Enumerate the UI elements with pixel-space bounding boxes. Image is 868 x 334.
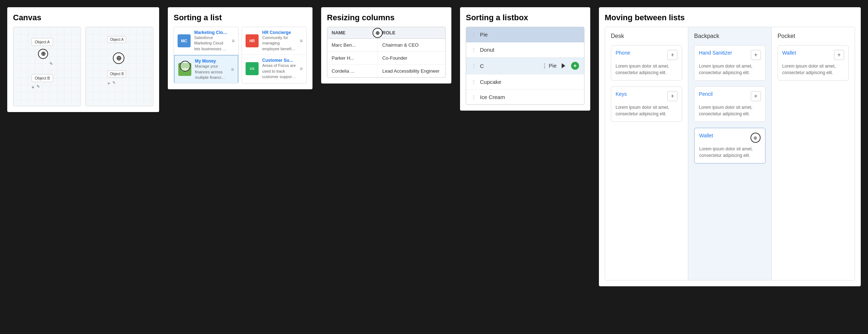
listbox-label-cupcake-pie: C: [480, 63, 538, 69]
avatar-hr: HR: [246, 34, 259, 47]
canvas-b-controls: + ✎: [31, 84, 40, 90]
canvas-section: Canvas Object A ⊕ ✎ Object B + ✎: [7, 7, 159, 112]
canvas-crosshair-2[interactable]: ⊕: [113, 52, 124, 64]
sort-item-cs-desc: Areas of Focus are used to track custome…: [262, 63, 296, 80]
canvas-edit-b[interactable]: ✎: [37, 84, 40, 90]
table-header: NAME ⊕ ROLE: [327, 27, 445, 39]
list-column-backpack: Backpack Hand Sanitizer + Lorem ipsum do…: [688, 27, 771, 280]
sort-item-cs[interactable]: CS Customer Support Community Areas of F…: [242, 55, 306, 82]
cursor-arrow: [562, 63, 565, 68]
backpack-card-pencil: Pencil + Lorem ipsum dolor sit amet, con…: [694, 86, 765, 122]
canvas-title: Canvas: [13, 13, 153, 22]
cell-name-1: Parker H...: [327, 52, 378, 64]
drag-dots-donut: ⋮: [471, 47, 476, 53]
sort-item-hr[interactable]: HR HR Concierge Community for managing e…: [242, 27, 306, 55]
move-btn-icon: ⊕: [753, 135, 757, 141]
listbox-item-pie[interactable]: ⋮ Pie: [466, 27, 584, 42]
backpack-wallet-move-btn[interactable]: ⊕: [750, 133, 761, 143]
drag-handle-cs[interactable]: ≡: [300, 66, 303, 72]
cell-name-2: Cordelia ...: [327, 65, 378, 77]
pocket-wallet-header: Wallet +: [782, 50, 844, 60]
canvas-object-a2: Object A: [107, 36, 126, 43]
backpack-pencil-desc: Lorem ipsum dolor sit amet, consectetur …: [699, 104, 761, 117]
sorting-listbox-section: Sorting a listbox ⋮ Pie ⋮ Donut ⋮ C ⋮ Pi…: [460, 7, 590, 111]
cell-role-2: Lead Accessibility Engineer: [378, 65, 445, 77]
backpack-card-wallet: Wallet ⊕ Lorem ipsum dolor sit amet, con…: [694, 128, 765, 164]
desk-phone-plus[interactable]: +: [667, 50, 677, 60]
backpack-title: Backpack: [694, 33, 765, 39]
sort-list-panels: MC Marketing Cloud Salesforce Marketing …: [174, 27, 307, 84]
desk-phone-desc: Lorem ipsum dolor sit amet, consectetur …: [616, 63, 677, 76]
canvas-plus-b2[interactable]: +: [107, 81, 110, 86]
canvas-edit-icon-1: ✎: [50, 61, 53, 66]
moving-title: Moving between lists: [605, 13, 855, 22]
pocket-card-wallet: Wallet + Lorem ipsum dolor sit amet, con…: [778, 45, 849, 81]
canvas-panel-2[interactable]: Object A ⊕ Object B + ✎: [85, 27, 153, 106]
listbox-label-icecream: Ice Cream: [480, 94, 579, 100]
desk-phone-title: Phone: [616, 50, 630, 56]
header-role-text: ROLE: [382, 30, 395, 35]
backpack-card-sanitizer: Hand Sanitizer + Lorem ipsum dolor sit a…: [694, 45, 765, 81]
canvas-panels: Object A ⊕ ✎ Object B + ✎ Object A: [13, 27, 153, 106]
listbox-label-pie: Pie: [480, 31, 579, 38]
drag-handle-hr[interactable]: ≡: [300, 38, 303, 44]
desk-card-keys-header: Keys +: [616, 91, 677, 101]
listbox-drag-sub-label: ⋮ Pie: [542, 63, 557, 69]
canvas-plus-b[interactable]: +: [31, 84, 34, 90]
pocket-wallet-title: Wallet: [782, 50, 796, 56]
sort-item-mm[interactable]: MM My Money Manage your finances across …: [174, 55, 238, 83]
backpack-wallet-desc: Lorem ipsum dolor sit amet, consectetur …: [699, 146, 760, 159]
backpack-sanitizer-plus[interactable]: +: [751, 50, 761, 60]
cell-name-0: Marc Ben...: [327, 39, 378, 51]
sort-item-mc[interactable]: MC Marketing Cloud Salesforce Marketing …: [174, 27, 238, 55]
backpack-sanitizer-title: Hand Sanitizer: [699, 50, 732, 56]
desk-keys-desc: Lorem ipsum dolor sit amet, consectetur …: [616, 104, 677, 117]
desk-keys-title: Keys: [616, 91, 627, 97]
table-row-1: Parker H... Co-Founder: [327, 52, 445, 65]
sort-panel-left: MC Marketing Cloud Salesforce Marketing …: [174, 27, 239, 84]
canvas-panel-1[interactable]: Object A ⊕ ✎ Object B + ✎: [13, 27, 81, 106]
backpack-pencil-header: Pencil +: [699, 91, 761, 101]
avatar-cs: CS: [246, 62, 259, 75]
crosshair-plus-icon: ⊕: [41, 51, 46, 57]
col-resize-handle[interactable]: ⊕: [373, 28, 383, 38]
cell-role-1: Co-Founder: [378, 52, 445, 64]
canvas-b2-controls: + ✎: [107, 81, 115, 86]
canvas-object-b2: Object B: [107, 70, 126, 77]
sort-item-mm-desc: Manage your finances across multiple fin…: [195, 64, 227, 80]
canvas-crosshair-1[interactable]: ⊕: [38, 49, 48, 59]
sorting-list-section: Sorting a list MC Marketing Cloud Salesf…: [168, 7, 312, 89]
listbox-demo: ⋮ Pie ⋮ Donut ⋮ C ⋮ Pie + ⋮: [466, 27, 584, 105]
drag-handle-mm[interactable]: ≡: [231, 67, 234, 72]
pocket-title: Pocket: [778, 33, 849, 39]
backpack-pencil-plus[interactable]: +: [751, 91, 761, 101]
pocket-wallet-plus[interactable]: +: [834, 50, 844, 60]
avatar-mc: MC: [178, 34, 191, 47]
backpack-wallet-title: Wallet: [699, 133, 713, 138]
backpack-sanitizer-header: Hand Sanitizer +: [699, 50, 761, 60]
desk-title: Desk: [611, 33, 682, 39]
desk-card-phone-header: Phone +: [616, 50, 677, 60]
listbox-item-donut[interactable]: ⋮ Donut: [466, 42, 584, 57]
sort-panel-right: HR HR Concierge Community for managing e…: [242, 27, 307, 84]
sort-item-hr-title: HR Concierge: [262, 30, 296, 35]
resizing-title: Resizing columns: [327, 13, 446, 22]
listbox-item-icecream[interactable]: ⋮ Ice Cream: [466, 90, 584, 104]
sorting-listbox-title: Sorting a listbox: [466, 13, 584, 22]
crosshair-plus-icon-2: ⊕: [116, 55, 122, 61]
backpack-wallet-header: Wallet ⊕: [699, 133, 760, 143]
listbox-item-cupcake[interactable]: ⋮ Cupcake: [466, 74, 584, 90]
drag-dots-cupcake: ⋮: [471, 79, 476, 85]
sort-item-cs-title: Customer Support Community: [262, 58, 296, 63]
canvas-edit-b2[interactable]: ✎: [112, 81, 115, 86]
sorting-list-title: Sorting a list: [174, 13, 307, 22]
sort-item-mm-content: My Money Manage your finances across mul…: [195, 59, 227, 80]
sort-item-mc-content: Marketing Cloud Salesforce Marketing Clo…: [194, 30, 228, 52]
table-row-2: Cordelia ... Lead Accessibility Engineer: [327, 65, 445, 77]
drag-handle-mc[interactable]: ≡: [232, 38, 235, 44]
desk-card-keys: Keys + Lorem ipsum dolor sit amet, conse…: [611, 86, 682, 122]
desk-keys-plus[interactable]: +: [667, 91, 677, 101]
listbox-add-btn[interactable]: +: [571, 62, 579, 70]
listbox-item-cupcake-pie[interactable]: ⋮ C ⋮ Pie +: [466, 57, 584, 74]
drag-dots-pie: ⋮: [471, 32, 476, 38]
